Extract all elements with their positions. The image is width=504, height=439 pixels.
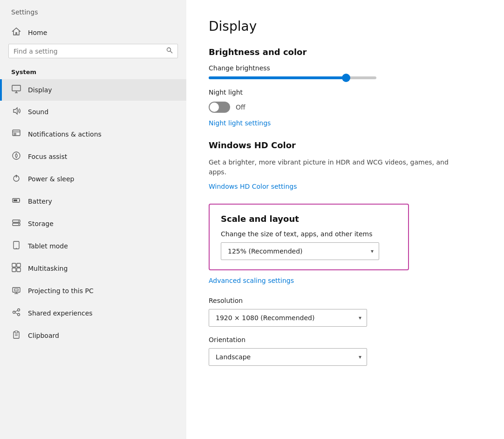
orientation-label: Orientation bbox=[209, 336, 482, 343]
tablet-icon bbox=[11, 240, 21, 252]
svg-point-28 bbox=[13, 311, 15, 314]
brightness-section: Brightness and color Change brightness bbox=[209, 47, 482, 79]
notifications-icon bbox=[11, 129, 21, 140]
night-light-settings-link[interactable]: Night light settings bbox=[209, 119, 271, 127]
system-label: System bbox=[0, 65, 186, 79]
scale-layout-title: Scale and layout bbox=[221, 214, 397, 224]
orientation-dropdown[interactable]: Landscape Portrait Landscape (flipped) P… bbox=[209, 348, 367, 366]
storage-icon bbox=[11, 218, 21, 229]
brightness-slider-wrap bbox=[209, 76, 482, 79]
svg-rect-2 bbox=[12, 85, 20, 91]
hd-color-title: Windows HD Color bbox=[209, 140, 482, 150]
scale-dropdown[interactable]: 100% 125% (Recommended) 150% 175% bbox=[221, 242, 379, 260]
svg-point-19 bbox=[16, 248, 17, 249]
orientation-section: Orientation Landscape Portrait Landscape… bbox=[209, 336, 482, 366]
home-icon bbox=[11, 27, 21, 38]
sidebar-item-battery-label: Battery bbox=[28, 198, 52, 205]
app-title: Settings bbox=[0, 0, 186, 21]
sidebar-item-tablet-label: Tablet mode bbox=[28, 242, 68, 250]
svg-rect-23 bbox=[17, 268, 20, 272]
sidebar-item-shared-label: Shared experiences bbox=[28, 309, 93, 317]
brightness-slider-thumb[interactable] bbox=[342, 74, 350, 82]
page-title: Display bbox=[209, 19, 482, 34]
svg-rect-27 bbox=[14, 289, 18, 291]
sidebar-item-battery[interactable]: Battery bbox=[0, 190, 186, 213]
night-light-toggle-row: Off bbox=[209, 102, 482, 113]
sidebar-item-home-label: Home bbox=[28, 29, 47, 36]
svg-point-30 bbox=[18, 314, 20, 316]
svg-line-31 bbox=[15, 310, 18, 312]
sidebar-item-projecting[interactable]: Projecting to this PC bbox=[0, 280, 186, 302]
sidebar-item-home[interactable]: Home bbox=[0, 21, 186, 44]
svg-point-29 bbox=[18, 309, 20, 311]
sidebar-item-notifications[interactable]: Notifications & actions bbox=[0, 123, 186, 145]
projecting-icon bbox=[11, 285, 21, 296]
resolution-dropdown[interactable]: 1920 × 1080 (Recommended) 1600 × 900 128… bbox=[209, 309, 367, 327]
hd-color-settings-link[interactable]: Windows HD Color settings bbox=[209, 183, 297, 190]
main-content: Display Brightness and color Change brig… bbox=[186, 0, 504, 439]
svg-rect-24 bbox=[13, 288, 20, 292]
focus-icon bbox=[11, 151, 21, 162]
advanced-scaling-link[interactable]: Advanced scaling settings bbox=[209, 277, 294, 284]
sidebar-item-sound[interactable]: Sound bbox=[0, 101, 186, 123]
sidebar-item-sound-label: Sound bbox=[28, 108, 48, 116]
power-icon bbox=[11, 173, 21, 185]
display-icon bbox=[11, 85, 21, 95]
svg-rect-20 bbox=[12, 263, 16, 267]
brightness-label: Change brightness bbox=[209, 64, 482, 72]
resolution-dropdown-wrap: 1920 × 1080 (Recommended) 1600 × 900 128… bbox=[209, 309, 367, 327]
orientation-dropdown-wrap: Landscape Portrait Landscape (flipped) P… bbox=[209, 348, 367, 366]
night-light-state: Off bbox=[236, 103, 245, 111]
brightness-section-title: Brightness and color bbox=[209, 47, 482, 57]
brightness-slider-track bbox=[209, 76, 376, 79]
svg-marker-5 bbox=[14, 108, 17, 114]
svg-rect-18 bbox=[14, 241, 19, 249]
svg-point-17 bbox=[18, 224, 19, 225]
search-input[interactable] bbox=[14, 48, 166, 55]
toggle-knob bbox=[210, 103, 219, 112]
sidebar-item-clipboard[interactable]: Clipboard bbox=[0, 324, 186, 347]
svg-rect-8 bbox=[14, 133, 16, 135]
resolution-label: Resolution bbox=[209, 297, 482, 304]
sidebar-item-storage-label: Storage bbox=[28, 220, 54, 227]
svg-point-0 bbox=[167, 48, 171, 52]
sidebar-item-projecting-label: Projecting to this PC bbox=[28, 287, 94, 295]
sidebar-item-power-label: Power & sleep bbox=[28, 175, 74, 183]
multitasking-icon bbox=[11, 263, 21, 274]
sidebar-item-tablet[interactable]: Tablet mode bbox=[0, 235, 186, 257]
scale-layout-box: Scale and layout Change the size of text… bbox=[209, 204, 409, 270]
sidebar-item-focus-label: Focus assist bbox=[28, 153, 67, 160]
svg-line-1 bbox=[170, 51, 173, 54]
resolution-section: Resolution 1920 × 1080 (Recommended) 160… bbox=[209, 297, 482, 327]
sidebar-item-power[interactable]: Power & sleep bbox=[0, 168, 186, 190]
svg-rect-34 bbox=[15, 331, 18, 333]
shared-icon bbox=[11, 308, 21, 319]
search-icon bbox=[166, 47, 173, 55]
sidebar-item-display-label: Display bbox=[28, 86, 52, 94]
svg-rect-6 bbox=[13, 130, 20, 136]
scale-dropdown-wrap: 100% 125% (Recommended) 150% 175% ▾ bbox=[221, 242, 379, 260]
sidebar-item-multitasking-label: Multitasking bbox=[28, 265, 68, 272]
sidebar-item-focus[interactable]: Focus assist bbox=[0, 145, 186, 168]
sidebar-item-multitasking[interactable]: Multitasking bbox=[0, 257, 186, 280]
hd-color-section: Windows HD Color Get a brighter, more vi… bbox=[209, 140, 482, 191]
sidebar: Settings Home System bbox=[0, 0, 186, 439]
svg-rect-12 bbox=[14, 199, 17, 201]
night-light-label: Night light bbox=[209, 89, 243, 96]
hd-color-description: Get a brighter, more vibrant picture in … bbox=[209, 158, 460, 177]
svg-point-16 bbox=[18, 221, 19, 222]
search-box[interactable] bbox=[8, 44, 178, 58]
svg-line-32 bbox=[15, 313, 18, 314]
clipboard-icon bbox=[11, 330, 21, 341]
sidebar-item-notifications-label: Notifications & actions bbox=[28, 130, 102, 138]
sidebar-item-display[interactable]: Display bbox=[0, 79, 186, 101]
svg-rect-22 bbox=[12, 268, 16, 272]
change-size-label: Change the size of text, apps, and other… bbox=[221, 230, 397, 238]
sidebar-item-shared[interactable]: Shared experiences bbox=[0, 302, 186, 324]
battery-icon bbox=[11, 196, 21, 207]
sound-icon bbox=[11, 106, 21, 117]
night-light-row: Night light bbox=[209, 89, 482, 96]
night-light-toggle[interactable] bbox=[209, 102, 230, 113]
sidebar-item-storage[interactable]: Storage bbox=[0, 213, 186, 235]
sidebar-item-clipboard-label: Clipboard bbox=[28, 332, 59, 339]
